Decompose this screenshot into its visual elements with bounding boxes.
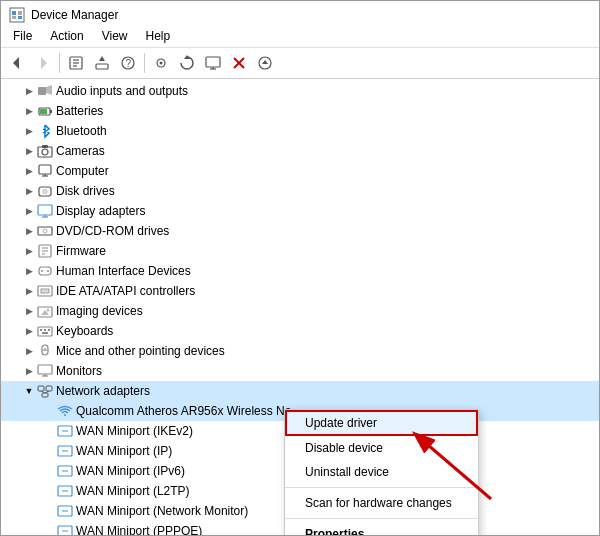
svg-marker-5 <box>13 57 19 69</box>
properties-label: Properties <box>305 527 364 535</box>
wifi-icon <box>57 403 73 419</box>
svg-rect-32 <box>42 145 48 148</box>
tree-label-monitors: Monitors <box>56 364 102 378</box>
svg-rect-67 <box>38 386 44 391</box>
svg-rect-28 <box>50 110 52 113</box>
tree-item-monitors[interactable]: ▶ Monitors <box>1 361 599 381</box>
update-driver-toolbar-button[interactable] <box>90 51 114 75</box>
tree-item-network[interactable]: ▼ Network adapters <box>1 381 599 401</box>
svg-rect-25 <box>38 87 46 95</box>
tree-label-cameras: Cameras <box>56 144 105 158</box>
expand-batteries[interactable]: ▶ <box>21 103 37 119</box>
svg-rect-64 <box>38 365 52 374</box>
back-button[interactable] <box>5 51 29 75</box>
help-icon: ? <box>120 55 136 71</box>
menu-view[interactable]: View <box>94 27 136 45</box>
device-manager-window: Device Manager File Action View Help <box>0 0 600 536</box>
disable-label: Disable device <box>305 441 383 455</box>
properties-icon <box>68 55 84 71</box>
tree-item-batteries[interactable]: ▶ Batteries <box>1 101 599 121</box>
toolbar: ? <box>1 48 599 79</box>
expand-monitors[interactable]: ▶ <box>21 363 37 379</box>
tree-item-firmware[interactable]: ▶ Firmware <box>1 241 599 261</box>
svg-marker-26 <box>46 85 52 95</box>
context-menu-disable[interactable]: Disable device <box>285 436 478 460</box>
tree-item-keyboards[interactable]: ▶ Keyboards <box>1 321 599 341</box>
context-menu-properties[interactable]: Properties <box>285 522 478 535</box>
expand-imaging[interactable]: ▶ <box>21 303 37 319</box>
svg-text:?: ? <box>126 58 132 69</box>
tree-item-imaging[interactable]: ▶ Imaging devices <box>1 301 599 321</box>
tree-item-cameras[interactable]: ▶ Cameras <box>1 141 599 161</box>
toolbar-sep-1 <box>59 53 60 73</box>
display-icon <box>37 203 53 219</box>
svg-rect-29 <box>40 109 47 114</box>
expand-computer[interactable]: ▶ <box>21 163 37 179</box>
expand-bluetooth[interactable]: ▶ <box>21 123 37 139</box>
svg-marker-6 <box>41 57 47 69</box>
svg-rect-52 <box>41 289 49 293</box>
audio-icon <box>37 83 53 99</box>
expand-firmware[interactable]: ▶ <box>21 243 37 259</box>
expand-cameras[interactable]: ▶ <box>21 143 37 159</box>
delete-button[interactable] <box>227 51 251 75</box>
tree-item-diskdrives[interactable]: ▶ Disk drives <box>1 181 599 201</box>
tree-item-audio[interactable]: ▶ Audio inputs and outputs <box>1 81 599 101</box>
download-button[interactable] <box>253 51 277 75</box>
expand-mice[interactable]: ▶ <box>21 343 37 359</box>
svg-rect-48 <box>39 267 51 275</box>
tree-label-network: Network adapters <box>56 384 150 398</box>
tree-label-qualcomm: Qualcomm Atheros AR956x Wireless Ne... <box>76 404 301 418</box>
update-driver-label: Update driver <box>305 416 377 430</box>
monitor-icon <box>205 55 221 71</box>
expand-audio[interactable]: ▶ <box>21 83 37 99</box>
wan-ipv6-icon <box>57 463 73 479</box>
tree-item-computer[interactable]: ▶ Computer <box>1 161 599 181</box>
expand-network[interactable]: ▼ <box>21 383 37 399</box>
svg-rect-58 <box>44 329 46 331</box>
tree-item-bluetooth[interactable]: ▶ Bluetooth <box>1 121 599 141</box>
tree-item-mice[interactable]: ▶ Mice and other pointing devices <box>1 341 599 361</box>
svg-point-16 <box>160 62 163 65</box>
wan-ikev2-icon <box>57 423 73 439</box>
menu-file[interactable]: File <box>5 27 40 45</box>
show-hidden-button[interactable] <box>149 51 173 75</box>
expand-hid[interactable]: ▶ <box>21 263 37 279</box>
tree-item-hid[interactable]: ▶ Human Interface Devices <box>1 261 599 281</box>
tree-item-display[interactable]: ▶ Display adapters <box>1 201 599 221</box>
svg-rect-18 <box>206 57 220 67</box>
tree-item-dvd[interactable]: ▶ DVD/CD-ROM drives <box>1 221 599 241</box>
forward-button[interactable] <box>31 51 55 75</box>
delete-icon <box>231 55 247 71</box>
forward-icon <box>35 55 51 71</box>
context-menu-uninstall[interactable]: Uninstall device <box>285 460 478 484</box>
update-driver-icon <box>94 55 110 71</box>
expand-display[interactable]: ▶ <box>21 203 37 219</box>
expand-ide[interactable]: ▶ <box>21 283 37 299</box>
network-icon <box>37 383 53 399</box>
svg-rect-2 <box>18 11 22 15</box>
svg-rect-1 <box>12 11 16 15</box>
menu-action[interactable]: Action <box>42 27 91 45</box>
tree-label-dvd: DVD/CD-ROM drives <box>56 224 169 238</box>
help-toolbar-button[interactable]: ? <box>116 51 140 75</box>
scan-icon <box>179 55 195 71</box>
wan-netmon-icon <box>57 503 73 519</box>
expand-dvd[interactable]: ▶ <box>21 223 37 239</box>
tree-label-bluetooth: Bluetooth <box>56 124 107 138</box>
scan-changes-button[interactable] <box>175 51 199 75</box>
menu-help[interactable]: Help <box>138 27 179 45</box>
tree-label-computer: Computer <box>56 164 109 178</box>
tree-item-ide[interactable]: ▶ IDE ATA/ATAPI controllers <box>1 281 599 301</box>
bluetooth-icon <box>37 123 53 139</box>
context-menu-scan[interactable]: Scan for hardware changes <box>285 491 478 515</box>
expand-diskdrives[interactable]: ▶ <box>21 183 37 199</box>
context-menu-update-driver[interactable]: Update driver <box>285 410 478 436</box>
monitor-button[interactable] <box>201 51 225 75</box>
properties-button[interactable] <box>64 51 88 75</box>
tree-label-wan-netmon: WAN Miniport (Network Monitor) <box>76 504 248 518</box>
svg-marker-12 <box>99 56 105 61</box>
expand-keyboards[interactable]: ▶ <box>21 323 37 339</box>
wan-l2tp-icon <box>57 483 73 499</box>
wan-ip-icon <box>57 443 73 459</box>
